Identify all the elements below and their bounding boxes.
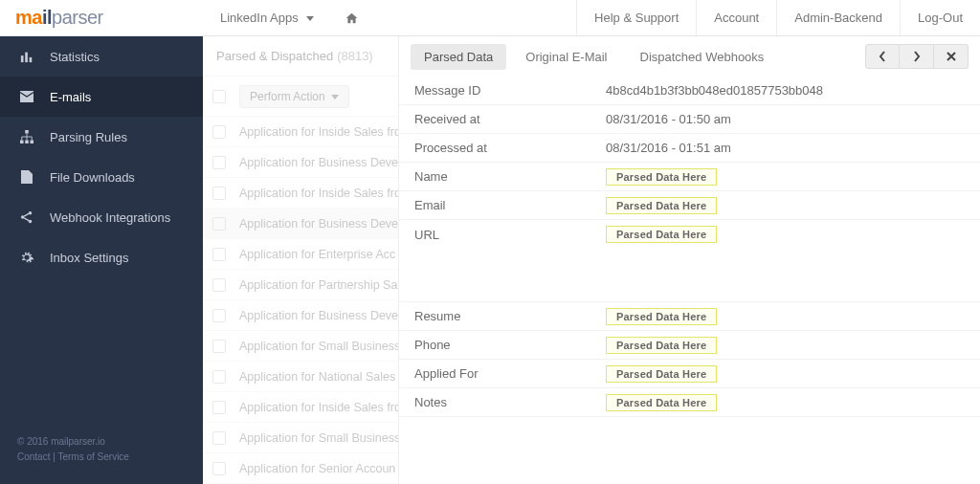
close-button[interactable] — [934, 44, 969, 69]
row-checkbox[interactable] — [212, 217, 226, 231]
sidebar-item-inbox-settings[interactable]: Inbox Settings — [0, 237, 203, 277]
email-list-row[interactable]: Application for Business Deve — [203, 147, 398, 178]
row-subject: Application for Partnership Sa — [239, 278, 397, 292]
share-icon — [17, 210, 36, 224]
tab-dispatched-webhooks[interactable]: Dispatched Webhooks — [627, 44, 778, 70]
top-nav-right: Help & Support Account Admin-Backend Log… — [576, 0, 980, 35]
sidebar-item-emails[interactable]: E-mails — [0, 77, 203, 117]
detail-field-row: ResumeParsed Data Here — [399, 302, 980, 331]
email-list-row[interactable]: Application for Inside Sales fro — [203, 117, 398, 147]
bar-chart-icon — [17, 50, 36, 63]
detail-field-row: Applied ForParsed Data Here — [399, 360, 980, 388]
field-label: Processed at — [414, 141, 606, 155]
row-subject: Application for Small Business — [239, 431, 398, 445]
next-button[interactable] — [900, 44, 934, 69]
email-list-row[interactable]: Application for Business Deve — [203, 209, 398, 239]
row-checkbox[interactable] — [212, 401, 226, 414]
email-list-row[interactable]: Application for Partnership Sa — [203, 270, 398, 300]
svg-point-8 — [21, 215, 25, 219]
parsed-data-placeholder: Parsed Data Here — [606, 394, 717, 411]
parsed-data-placeholder: Parsed Data Here — [606, 226, 717, 243]
chevron-left-icon — [879, 51, 886, 62]
app-switcher-label: LinkedIn Apps — [220, 11, 299, 25]
email-list-row[interactable]: Application for Small Business — [203, 423, 398, 453]
row-subject: Application for Business Deve — [239, 217, 398, 231]
footer-contact-link[interactable]: Contact — [17, 451, 50, 462]
row-checkbox[interactable] — [212, 248, 226, 261]
email-rows: Application for Inside Sales froApplicat… — [203, 117, 398, 484]
row-checkbox[interactable] — [212, 156, 226, 169]
prev-button[interactable] — [865, 44, 900, 69]
sidebar-item-file-downloads[interactable]: File Downloads — [0, 157, 203, 197]
email-list-row[interactable]: Application for Inside Sales fro — [203, 392, 398, 423]
close-icon — [947, 52, 956, 61]
row-subject: Application for Inside Sales fro — [239, 125, 398, 139]
nav-admin-backend[interactable]: Admin-Backend — [776, 0, 900, 35]
email-list-row[interactable]: Application for Inside Sales fro — [203, 178, 398, 209]
sitemap-icon — [17, 130, 36, 143]
section-gap — [399, 249, 980, 302]
brand-logo[interactable]: mailparser — [0, 0, 203, 35]
sidebar-item-label: Statistics — [50, 50, 100, 64]
home-icon — [345, 11, 359, 25]
sidebar-item-statistics[interactable]: Statistics — [0, 36, 203, 77]
footer-tos-link[interactable]: Terms of Service — [57, 451, 128, 462]
field-value: Parsed Data Here — [606, 365, 965, 383]
sidebar-item-label: Parsing Rules — [50, 130, 127, 144]
row-checkbox[interactable] — [212, 431, 226, 445]
detail-field-row: URLParsed Data Here — [399, 220, 980, 249]
sidebar-item-parsing-rules[interactable]: Parsing Rules — [0, 117, 203, 157]
svg-rect-5 — [20, 141, 24, 144]
svg-rect-2 — [30, 57, 33, 62]
row-subject: Application for Enterprise Acc — [239, 248, 395, 261]
field-label: Notes — [414, 395, 606, 409]
detail-field-row: EmailParsed Data Here — [399, 191, 980, 220]
envelope-icon — [17, 90, 36, 103]
email-list-row[interactable]: Application for National Sales — [203, 362, 398, 392]
sidebar-item-label: Inbox Settings — [50, 251, 128, 265]
home-button[interactable] — [331, 0, 372, 35]
detail-field-row: Processed at08/31/2016 - 01:51 am — [399, 134, 980, 163]
file-icon — [17, 170, 36, 184]
list-header-count: (8813) — [337, 49, 373, 63]
field-label: Email — [414, 198, 606, 212]
row-subject: Application for Business Deve — [239, 309, 398, 322]
row-checkbox[interactable] — [212, 340, 226, 353]
email-list-row[interactable]: Application for Senior Accoun — [203, 453, 398, 484]
detail-field-row: NotesParsed Data Here — [399, 388, 980, 417]
row-checkbox[interactable] — [212, 125, 226, 139]
tab-original-email[interactable]: Original E-Mail — [512, 44, 620, 70]
app-switcher-dropdown[interactable]: LinkedIn Apps — [203, 0, 331, 35]
row-checkbox[interactable] — [212, 309, 226, 322]
row-checkbox[interactable] — [212, 462, 226, 475]
parsed-data-placeholder: Parsed Data Here — [606, 337, 717, 354]
svg-rect-4 — [25, 130, 29, 134]
field-label: Resume — [414, 309, 606, 323]
email-list-row[interactable]: Application for Small Business — [203, 331, 398, 362]
perform-action-dropdown[interactable]: Perform Action — [239, 85, 349, 108]
field-value: Parsed Data Here — [606, 394, 965, 411]
svg-point-10 — [29, 220, 33, 224]
brand-part2: il — [42, 7, 52, 29]
select-all-checkbox[interactable] — [212, 90, 226, 103]
row-checkbox[interactable] — [212, 370, 226, 384]
field-value: Parsed Data Here — [606, 308, 965, 325]
sidebar-item-webhook-integrations[interactable]: Webhook Integrations — [0, 197, 203, 237]
row-subject: Application for Senior Accoun — [239, 462, 395, 475]
row-subject: Application for Small Business — [239, 340, 398, 353]
footer-copyright: © 2016 mailparser.io — [17, 434, 186, 450]
spacer — [372, 0, 576, 35]
row-checkbox[interactable] — [212, 278, 226, 292]
row-subject: Application for Inside Sales fro — [239, 187, 398, 200]
brand-part3: parser — [52, 7, 103, 29]
nav-logout[interactable]: Log-Out — [900, 0, 980, 35]
row-checkbox[interactable] — [212, 187, 226, 200]
parsed-data-placeholder: Parsed Data Here — [606, 365, 717, 383]
tab-parsed-data[interactable]: Parsed Data — [411, 44, 506, 70]
nav-account[interactable]: Account — [696, 0, 776, 35]
email-list-row[interactable]: Application for Business Deve — [203, 300, 398, 331]
chevron-right-icon — [913, 51, 921, 62]
nav-help-support[interactable]: Help & Support — [576, 0, 696, 35]
gear-icon — [17, 251, 36, 264]
email-list-row[interactable]: Application for Enterprise Acc — [203, 239, 398, 270]
